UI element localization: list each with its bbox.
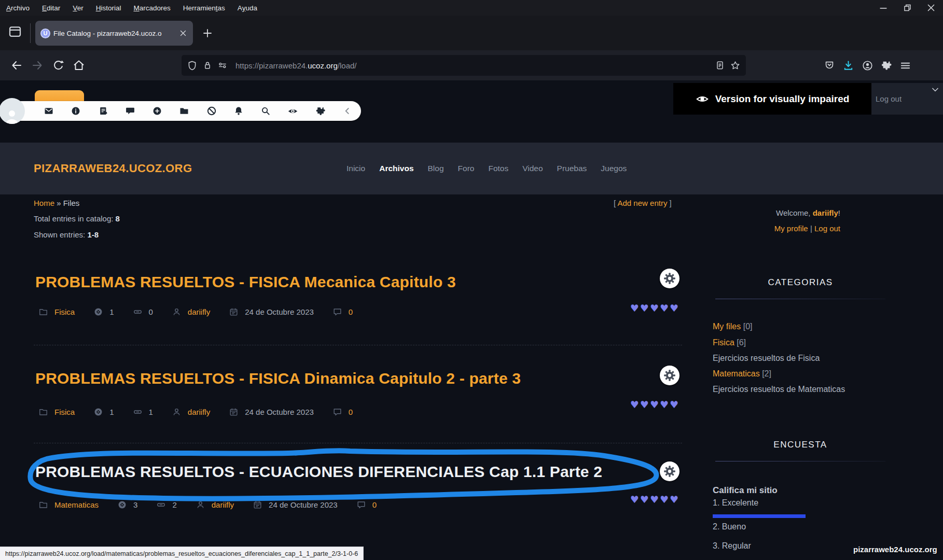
add-entry-bracket-close: ] [667, 199, 671, 207]
categories-header: CATEGORIAS [715, 277, 885, 288]
entry-author-link[interactable]: dariifly [212, 500, 234, 509]
forward-button[interactable] [27, 55, 48, 76]
entry-gear-button[interactable] [660, 269, 679, 288]
entry-downloads: 1 [149, 408, 153, 416]
apps-puzzle-icon[interactable] [315, 106, 326, 116]
comments-icon [356, 500, 366, 510]
tracking-shield-icon[interactable] [187, 60, 198, 71]
lock-icon[interactable] [202, 60, 213, 71]
category-fisica[interactable]: Fisica [6] [713, 338, 746, 347]
logout-link[interactable]: Log out [814, 224, 840, 233]
nav-video[interactable]: Video [522, 164, 543, 173]
eye-icon[interactable] [287, 106, 298, 117]
url-text[interactable]: https://pizarraweb24.ucoz.org/load/ [235, 61, 710, 70]
entry-title-highlighted[interactable]: PROBLEMAS RESUELTOS - ECUACIONES DIFEREN… [35, 463, 602, 481]
notes-icon[interactable] [98, 106, 108, 116]
entry-comments-link[interactable]: 0 [349, 408, 353, 416]
site-title[interactable]: PIZARRAWEB24.UCOZ.ORG [34, 143, 192, 194]
url-bar[interactable]: https://pizarraweb24.ucoz.org/load/ [182, 55, 746, 76]
download-icon[interactable] [842, 60, 854, 72]
entry-separator [34, 443, 682, 443]
entry-category-link[interactable]: Fisica [54, 307, 75, 316]
collapse-chevron-icon[interactable] [342, 106, 353, 116]
admin-avatar[interactable] [0, 98, 25, 124]
files-folder-icon[interactable] [179, 106, 189, 116]
entry-rating-hearts[interactable]: ♥♥♥♥♥ [628, 399, 679, 410]
comments-icon [332, 307, 342, 317]
pocket-icon[interactable] [824, 60, 835, 71]
logout-top-link[interactable]: Log out [876, 94, 902, 103]
search-icon[interactable] [260, 106, 271, 116]
menu-ayuda[interactable]: Ayuda [231, 4, 264, 12]
restore-button[interactable] [895, 0, 919, 16]
views-icon [117, 500, 127, 510]
menu-ver[interactable]: Ver [66, 4, 89, 12]
category-my-files[interactable]: My files [0] [713, 322, 752, 331]
poll-option-2[interactable]: 2. Bueno [713, 522, 746, 531]
entry-rating-hearts[interactable]: ♥♥♥♥♥ [628, 302, 679, 314]
menu-herramientas[interactable]: Herramientas [177, 4, 231, 12]
add-icon[interactable] [152, 106, 162, 116]
extensions-icon[interactable] [881, 60, 892, 71]
category-matematicas[interactable]: Matematicas [2] [713, 369, 771, 379]
bookmark-star-icon[interactable] [730, 60, 741, 71]
ban-icon[interactable] [206, 106, 217, 116]
author-icon [172, 407, 182, 417]
entry-title[interactable]: PROBLEMAS RESUELTOS - FISICA Dinamica Ca… [35, 370, 521, 387]
home-button[interactable] [68, 55, 89, 76]
app-menu-icon[interactable] [899, 60, 911, 72]
entry-category-link[interactable]: Fisica [54, 408, 75, 416]
nav-pruebas[interactable]: Pruebas [557, 164, 587, 173]
entry-meta: Fisica 1 0 dariifly 24 de Octubre 2023 0 [38, 307, 371, 317]
menu-marcadores[interactable]: Marcadores [127, 4, 176, 12]
nav-juegos[interactable]: Juegos [601, 164, 627, 173]
tab-close-icon[interactable] [178, 29, 188, 38]
mail-icon[interactable] [44, 106, 54, 116]
browser-tab[interactable]: U File Catalog - pizarraweb24.ucoz.o [35, 21, 193, 46]
entry-gear-button[interactable] [660, 366, 679, 385]
downloads-link-icon [156, 500, 166, 510]
scroll-chevron-icon[interactable] [930, 85, 940, 95]
close-button[interactable] [919, 0, 943, 16]
breadcrumb-home-link[interactable]: Home [34, 199, 54, 207]
poll-option-3[interactable]: 3. Regular [713, 541, 751, 551]
profile-links: My profile | Log out [632, 224, 840, 233]
account-icon[interactable] [862, 60, 873, 72]
reader-view-icon[interactable] [715, 60, 725, 71]
entry-rating-hearts[interactable]: ♥♥♥♥♥ [628, 494, 679, 505]
notifications-bell-icon[interactable] [233, 106, 244, 116]
entry-author-link[interactable]: dariifly [188, 307, 210, 316]
reload-button[interactable] [48, 55, 68, 76]
poll-header: ENCUESTA [715, 440, 885, 450]
entry-meta: Fisica 1 1 dariifly 24 de Octubre 2023 0 [38, 407, 371, 417]
my-profile-link[interactable]: My profile [774, 224, 808, 233]
nav-archivos[interactable]: Archivos [379, 164, 413, 173]
chat-icon[interactable] [125, 106, 135, 116]
back-button[interactable] [6, 55, 27, 76]
downloads-link-icon [133, 307, 143, 317]
nav-blog[interactable]: Blog [428, 164, 444, 173]
info-icon[interactable] [71, 106, 81, 116]
entry-gear-button[interactable] [660, 461, 679, 481]
entry-author-link[interactable]: dariifly [188, 408, 210, 416]
tab-overview-icon[interactable] [7, 24, 23, 39]
category-folder-icon [38, 307, 48, 317]
status-bar-link-preview: https://pizarraweb24.ucoz.org/load/matem… [0, 547, 364, 560]
add-new-entry-link[interactable]: Add new entry [618, 199, 668, 207]
entry-comments-link[interactable]: 0 [372, 500, 377, 509]
nav-inicio[interactable]: Inicio [346, 164, 365, 173]
new-tab-button[interactable] [201, 27, 214, 39]
nav-foro[interactable]: Foro [458, 164, 475, 173]
nav-fotos[interactable]: Fotos [488, 164, 508, 173]
minimize-button[interactable] [871, 0, 895, 16]
menu-archivo[interactable]: Archivo [0, 4, 36, 12]
menu-historial[interactable]: Historial [90, 4, 128, 12]
entry-category-link[interactable]: Matematicas [54, 500, 99, 509]
poll-option-1[interactable]: 1. Excelente [713, 498, 758, 508]
menu-editar[interactable]: Editar [36, 4, 66, 12]
entry-comments-link[interactable]: 0 [349, 307, 353, 316]
welcome-username: dariifly [813, 208, 838, 217]
permissions-icon[interactable] [217, 60, 228, 71]
visually-impaired-button[interactable]: Version for visually impaired [673, 83, 871, 115]
entry-title[interactable]: PROBLEMAS RESUELTOS - FISICA Mecanica Ca… [35, 273, 456, 291]
